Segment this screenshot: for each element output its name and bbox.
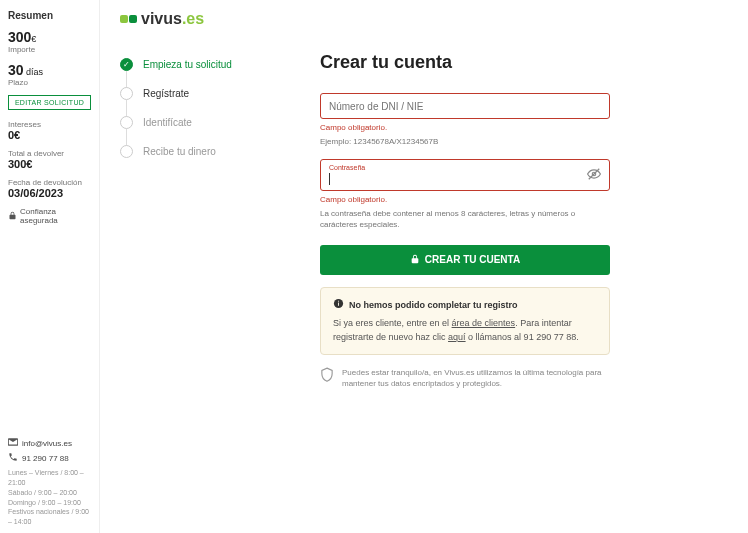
summary-total: Total a devolver 300€ — [8, 149, 91, 170]
contact-block: info@vivus.es 91 290 77 88 Lunes – Viern… — [8, 438, 91, 527]
registration-error-alert: No hemos podido completar tu registro Si… — [320, 287, 610, 356]
main-content: vivus.es ✓ Empieza tu solicitud Regístra… — [100, 0, 748, 533]
svg-rect-3 — [338, 302, 339, 305]
lock-icon — [410, 254, 420, 266]
summary-return-date: Fecha de devolución 03/06/2023 — [8, 178, 91, 199]
summary-term: 30 días Plazo — [8, 62, 91, 87]
step-2: Regístrate — [120, 87, 310, 116]
lock-icon — [8, 211, 17, 222]
contact-email[interactable]: info@vivus.es — [22, 439, 72, 448]
step-4: Recibe tu dinero — [120, 145, 310, 158]
password-field[interactable]: Contraseña — [320, 159, 610, 191]
edit-request-button[interactable]: EDITAR SOLICITUD — [8, 95, 91, 110]
secure-badge: Confianza asegurada — [8, 207, 91, 225]
eye-off-icon[interactable] — [587, 167, 601, 183]
step-1: ✓ Empieza tu solicitud — [120, 58, 310, 87]
dni-field[interactable] — [320, 93, 610, 119]
logo-mark-icon — [120, 15, 137, 23]
check-icon: ✓ — [120, 58, 133, 71]
brand-logo[interactable]: vivus.es — [120, 10, 310, 28]
dni-hint: Ejemplo: 12345678A/X1234567B — [320, 136, 610, 147]
summary-amount: 300€ Importe — [8, 29, 91, 54]
dni-error: Campo obligatorio. — [320, 123, 610, 132]
step-3: Identifícate — [120, 116, 310, 145]
contact-phone[interactable]: 91 290 77 88 — [22, 454, 69, 463]
password-hint: La contraseña debe contener al menos 8 c… — [320, 208, 610, 230]
progress-steps: ✓ Empieza tu solicitud Regístrate Identi… — [120, 58, 310, 158]
svg-rect-4 — [338, 300, 339, 301]
summary-interest: Intereses 0€ — [8, 120, 91, 141]
phone-icon — [8, 452, 18, 464]
summary-title: Resumen — [8, 10, 91, 21]
shield-icon — [320, 367, 334, 383]
trust-message: Puedes estar tranquilo/a, en Vivus.es ut… — [320, 367, 610, 389]
retry-link[interactable]: aquí — [448, 332, 466, 342]
page-title: Crear tu cuenta — [320, 52, 610, 73]
create-account-button[interactable]: CREAR TU CUENTA — [320, 245, 610, 275]
email-icon — [8, 438, 18, 448]
client-area-link[interactable]: área de clientes — [452, 318, 516, 328]
dni-input[interactable] — [329, 101, 601, 112]
info-icon — [333, 298, 344, 314]
summary-sidebar: Resumen 300€ Importe 30 días Plazo EDITA… — [0, 0, 100, 533]
password-error: Campo obligatorio. — [320, 195, 610, 204]
